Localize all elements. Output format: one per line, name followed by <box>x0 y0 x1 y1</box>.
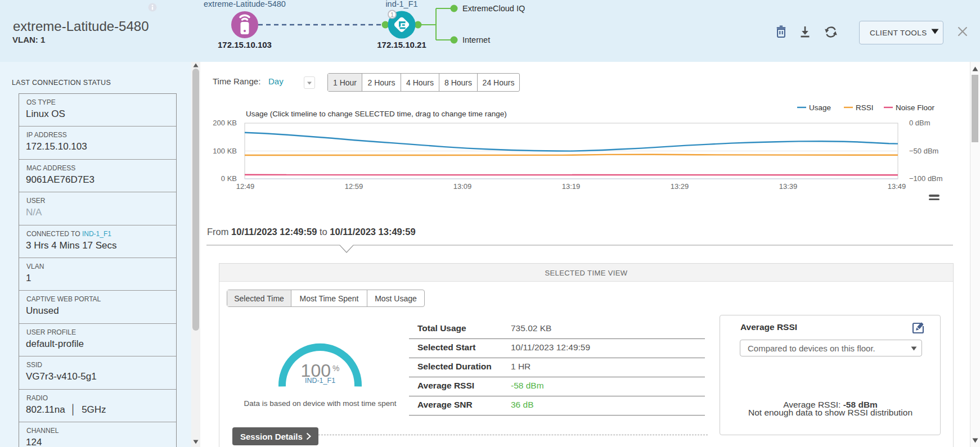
svg-text:Noise Floor: Noise Floor <box>896 103 935 112</box>
svg-text:0 dBm: 0 dBm <box>909 119 930 127</box>
svg-text:12:49: 12:49 <box>236 182 255 191</box>
svg-text:Usage (Click timeline to chang: Usage (Click timeline to change SELECTED… <box>246 110 507 118</box>
svg-text:200 KB: 200 KB <box>213 119 237 127</box>
svg-text:13:29: 13:29 <box>671 182 689 191</box>
svg-text:RSSI: RSSI <box>856 103 874 112</box>
svg-text:13:49: 13:49 <box>888 182 906 191</box>
svg-text:100 KB: 100 KB <box>213 147 237 155</box>
svg-text:Internet: Internet <box>462 35 490 44</box>
svg-text:ExtremeCloud IQ: ExtremeCloud IQ <box>462 4 525 13</box>
svg-text:−50 dBm: −50 dBm <box>909 147 938 155</box>
svg-text:13:19: 13:19 <box>562 182 581 191</box>
svg-text:Usage: Usage <box>809 103 831 112</box>
svg-text:172.15.10.103: 172.15.10.103 <box>218 40 272 49</box>
svg-text:0 KB: 0 KB <box>221 174 237 183</box>
svg-text:172.15.10.21: 172.15.10.21 <box>377 40 426 49</box>
svg-text:13:09: 13:09 <box>453 182 472 191</box>
svg-text:−100 dBm: −100 dBm <box>909 174 943 183</box>
svg-text:extreme-Latitude-5480: extreme-Latitude-5480 <box>204 0 286 8</box>
svg-text:ind-1_F1: ind-1_F1 <box>385 0 417 8</box>
svg-text:13:39: 13:39 <box>779 182 798 191</box>
svg-text:1: 1 <box>390 11 394 18</box>
svg-text:12:59: 12:59 <box>345 182 363 191</box>
